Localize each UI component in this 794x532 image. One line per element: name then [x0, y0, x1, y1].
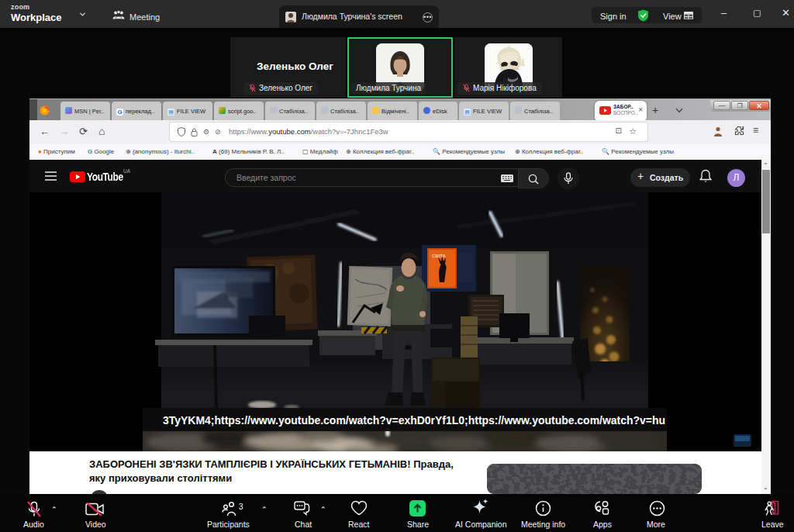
svg-text:3TyYKM4;https://www.youtube.co: 3TyYKM4;https://www.youtube.com/watch?v=…: [163, 414, 665, 427]
svg-text:CBITA: CBITA: [432, 254, 447, 258]
